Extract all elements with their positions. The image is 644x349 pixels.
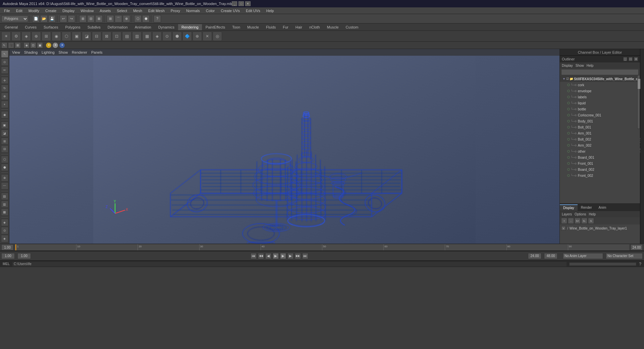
menu-item-modify[interactable]: Modify — [26, 8, 42, 13]
menu-item-edit uvs[interactable]: Edit UVs — [243, 8, 263, 13]
current-time-field[interactable]: 1.00 — [1, 253, 15, 259]
menu-item-help[interactable]: Help — [264, 8, 277, 13]
outliner-help-menu[interactable]: Help — [587, 64, 594, 67]
tree-row-labels[interactable]: ⬡ └─o labels — [560, 94, 640, 100]
shelf-icon-15[interactable]: ◈ — [152, 32, 162, 41]
tree-row-root[interactable]: ▼ ☑ 📁 StillFBXASC045life_with_Wine_Bottl… — [560, 76, 640, 82]
misc-tool3-button[interactable]: ◈ — [1, 235, 8, 242]
shelf-icon-3[interactable]: ⊕ — [32, 32, 41, 41]
shelf-icon-4[interactable]: ⊞ — [42, 32, 51, 41]
shelf-icon-12[interactable]: ▤ — [122, 32, 131, 41]
maximize-button[interactable]: □ — [238, 1, 244, 6]
timeline-playhead[interactable] — [15, 244, 16, 250]
vp-tool-wire[interactable]: ⊡ — [30, 42, 36, 48]
layer-select-button[interactable]: S — [588, 218, 594, 224]
tab-ncloth[interactable]: nCloth — [306, 24, 323, 30]
outliner-scroll-thumb[interactable] — [638, 79, 640, 89]
menu-item-edit mesh[interactable]: Edit Mesh — [146, 8, 167, 13]
tree-row-body001[interactable]: ⬡ └─o Body_001 — [560, 118, 640, 124]
mode-dropdown[interactable]: Polygons — [1, 15, 28, 22]
tree-row-cork[interactable]: ⬡ └─o cork — [560, 82, 640, 88]
misc-tool1-button[interactable]: ◈ — [1, 219, 8, 226]
shelf-icon-14[interactable]: ▦ — [142, 32, 152, 41]
outliner-search-input[interactable] — [561, 69, 639, 75]
help-icon[interactable]: ? — [639, 262, 641, 266]
tab-custom[interactable]: Custom — [342, 24, 362, 30]
layer-tab-display[interactable]: Display — [560, 204, 578, 211]
lasso-tool-button[interactable]: ⊙ — [1, 58, 8, 66]
tab-curves[interactable]: Curves — [21, 24, 40, 30]
shelf-icon-0[interactable]: ☀ — [1, 32, 11, 41]
create-poly-button[interactable]: ⊕ — [1, 174, 8, 182]
display-layer1-button[interactable]: ▤ — [1, 193, 8, 200]
rotate-tool-button[interactable]: ↻ — [1, 85, 8, 92]
tree-row-other[interactable]: ⬡ └─o other — [560, 148, 640, 154]
timeline-start-field[interactable]: 1.00 — [1, 244, 13, 250]
shelf-icon-11[interactable]: ⊡ — [112, 32, 121, 41]
tab-rendering[interactable]: Rendering — [178, 24, 202, 30]
tab-subdivs[interactable]: Subdivs — [84, 24, 104, 30]
minimize-button[interactable]: _ — [232, 1, 237, 6]
shelf-icon-1[interactable]: ⚙ — [11, 32, 21, 41]
paint-select-button[interactable]: ✏ — [1, 66, 8, 74]
tree-row-arm001[interactable]: ⬡ └─o Arm_001 — [560, 130, 640, 136]
select-tool-button[interactable]: ↖ — [1, 50, 8, 58]
shelf-icon-16[interactable]: ⊙ — [162, 32, 172, 41]
range-start-field[interactable]: 1.00 — [17, 253, 31, 259]
move-tool-button[interactable]: ✛ — [1, 77, 8, 84]
light-blue-icon[interactable]: ☀ — [59, 42, 65, 48]
shelf-icon-9[interactable]: ⊟ — [92, 32, 101, 41]
go-start-button[interactable]: ⏮ — [251, 253, 257, 259]
shelf-icon-10[interactable]: ⊠ — [102, 32, 111, 41]
menu-item-color[interactable]: Color — [203, 8, 217, 13]
shelf-icon-18[interactable]: 🔷 — [182, 32, 192, 41]
layer-tab-render[interactable]: Render — [578, 205, 595, 210]
menu-item-assets[interactable]: Assets — [97, 8, 113, 13]
prev-key-button[interactable]: ◀◀ — [258, 253, 264, 259]
tab-painteffects[interactable]: PaintEffects — [202, 24, 229, 30]
vp-view-menu[interactable]: View — [12, 50, 20, 54]
merge-button[interactable]: ⊟ — [1, 145, 8, 153]
next-frame-button[interactable]: ▶ — [287, 253, 293, 259]
tree-row-bottle[interactable]: ⬡ └─o bottle — [560, 106, 640, 112]
menu-item-normals[interactable]: Normals — [183, 8, 203, 13]
vp-show-menu[interactable]: Show — [59, 50, 68, 54]
outliner-maximize-button[interactable]: □ — [629, 57, 633, 61]
menu-item-select[interactable]: Select — [114, 8, 130, 13]
redo-button[interactable]: ↪ — [68, 15, 75, 22]
tab-toon[interactable]: Toon — [229, 24, 244, 30]
render-view-button[interactable]: ⬡ — [1, 156, 8, 163]
vp-shading-menu[interactable]: Shading — [24, 50, 38, 54]
ipr-render-button[interactable]: ⬢ — [1, 164, 8, 171]
shelf-icon-13[interactable]: ▥ — [132, 32, 142, 41]
layer-tab-anim[interactable]: Anim — [595, 205, 610, 210]
display-layer2-button[interactable]: ▥ — [1, 201, 8, 208]
prev-frame-button[interactable]: ◀ — [265, 253, 271, 259]
universal-tool-button[interactable]: ⌖ — [1, 101, 8, 108]
vp-tool-cam[interactable]: 🎥 — [8, 42, 14, 48]
tab-muscle[interactable]: Muscle — [324, 24, 342, 30]
tree-row-bolt001[interactable]: ⬡ └─o Bolt_001 — [560, 124, 640, 130]
open-button[interactable]: 📂 — [40, 15, 48, 22]
anim-start-field[interactable]: 24.00 — [528, 253, 541, 259]
misc-tool2-button[interactable]: ⊙ — [1, 227, 8, 234]
display-layer3-button[interactable]: ▦ — [1, 208, 8, 216]
vp-panels-menu[interactable]: Panels — [91, 50, 103, 54]
tree-row-board001[interactable]: ⬡ └─o Board_001 — [560, 154, 640, 160]
tree-row-envelope[interactable]: ⬡ └─o envelope — [560, 88, 640, 94]
shelf-icon-20[interactable]: ✕ — [203, 32, 212, 41]
scale-tool-button[interactable]: ⊕ — [1, 93, 8, 100]
light-yellow-icon[interactable]: ☀ — [46, 42, 52, 48]
split-button[interactable]: ⊞ — [1, 138, 8, 145]
outliner-show-menu[interactable]: Show — [576, 64, 584, 67]
layers-menu[interactable]: Layers — [562, 212, 572, 216]
anim-end-field[interactable]: 48.00 — [544, 253, 557, 259]
shelf-icon-19[interactable]: ⊕ — [193, 32, 202, 41]
snap-grid-button[interactable]: ⊞ — [107, 15, 114, 22]
ipr-button[interactable]: ⬢ — [142, 15, 150, 22]
save-button[interactable]: 💾 — [48, 15, 56, 22]
menu-item-file[interactable]: File — [1, 8, 13, 13]
shelf-icon-6[interactable]: ⬡ — [62, 32, 71, 41]
vp-tool-select[interactable]: ↖ — [1, 42, 7, 48]
shelf-icon-17[interactable]: ⬢ — [172, 32, 182, 41]
